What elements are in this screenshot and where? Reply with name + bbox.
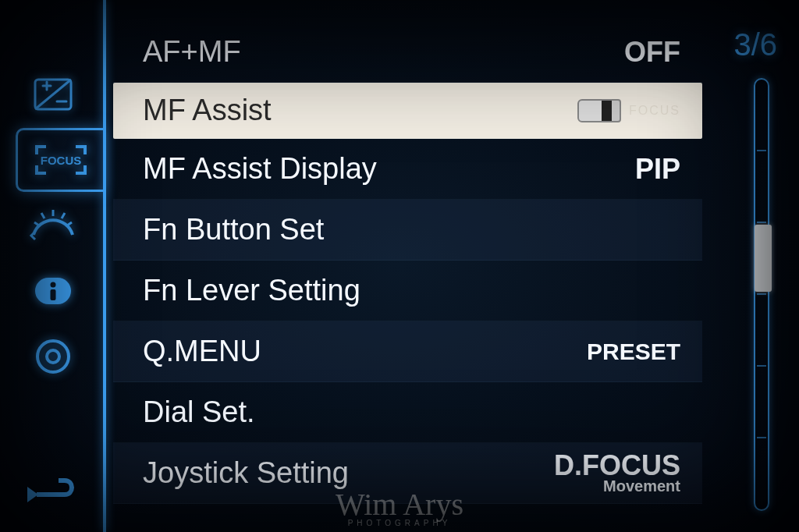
scrollbar-tick — [757, 365, 766, 367]
tab-focus[interactable]: FOCUS — [16, 128, 103, 192]
tab-info[interactable] — [16, 259, 90, 323]
menu-item-fn-button-set[interactable]: Fn Button Set — [113, 200, 702, 261]
scrollbar-tick — [757, 150, 766, 151]
tab-exposure-comp[interactable] — [16, 62, 90, 126]
menu-item-af-mf[interactable]: AF+MF OFF — [113, 22, 702, 83]
back-icon — [21, 476, 82, 513]
tab-dial[interactable] — [16, 193, 90, 257]
back-button[interactable] — [17, 473, 86, 516]
page-indicator: 3/6 — [733, 27, 777, 62]
svg-line-3 — [41, 213, 44, 218]
scrollbar[interactable] — [754, 78, 769, 511]
menu-item-value: D.FOCUS Movement — [554, 452, 680, 494]
exposure-comp-icon — [32, 76, 74, 112]
menu-list: AF+MF OFF MF Assist FOCUS MF Assist Disp… — [113, 22, 702, 504]
menu-item-label: Joystick Setting — [143, 456, 349, 490]
menu-item-dial-set[interactable]: Dial Set. — [113, 382, 702, 443]
scrollbar-tick — [757, 293, 766, 295]
scrollbar-tick — [757, 437, 766, 438]
menu-item-value: PIP — [635, 153, 680, 186]
svg-line-6 — [67, 222, 72, 225]
menu-item-value: OFF — [624, 36, 680, 69]
svg-point-10 — [37, 341, 69, 372]
svg-point-11 — [47, 350, 59, 363]
menu-item-label: Fn Lever Setting — [143, 274, 360, 307]
scrollbar-thumb[interactable] — [755, 225, 772, 292]
menu-item-mf-assist[interactable]: MF Assist FOCUS — [113, 83, 702, 139]
scrollbar-tick — [757, 222, 766, 223]
sidebar-tabs: FOCUS — [16, 62, 101, 390]
svg-line-4 — [62, 213, 65, 218]
dial-icon — [29, 208, 77, 243]
lens-circle-icon — [34, 337, 73, 376]
menu-item-label: AF+MF — [143, 35, 241, 69]
menu-item-joystick-setting[interactable]: Joystick Setting D.FOCUS Movement — [113, 443, 702, 504]
svg-rect-9 — [50, 289, 55, 300]
menu-item-label: MF Assist — [143, 94, 272, 127]
svg-text:FOCUS: FOCUS — [40, 154, 81, 167]
svg-line-5 — [34, 222, 39, 225]
focus-icon: FOCUS — [34, 142, 88, 178]
info-icon — [32, 275, 74, 307]
menu-item-mf-assist-display[interactable]: MF Assist Display PIP — [113, 139, 702, 200]
vertical-divider — [103, 0, 106, 532]
menu-item-value: PRESET — [587, 339, 680, 365]
menu-item-q-menu[interactable]: Q.MENU PRESET — [113, 321, 702, 382]
menu-item-value: FOCUS — [577, 99, 680, 122]
lens-icon — [577, 99, 621, 122]
svg-point-8 — [50, 282, 55, 288]
menu-item-label: Q.MENU — [143, 335, 261, 368]
menu-item-fn-lever-setting[interactable]: Fn Lever Setting — [113, 261, 702, 321]
tab-monitor[interactable] — [16, 325, 90, 388]
menu-item-label: MF Assist Display — [143, 152, 377, 186]
menu-item-label: Fn Button Set — [143, 213, 324, 246]
camera-menu-screen: FOCUS — [0, 0, 799, 532]
menu-item-label: Dial Set. — [143, 395, 255, 429]
